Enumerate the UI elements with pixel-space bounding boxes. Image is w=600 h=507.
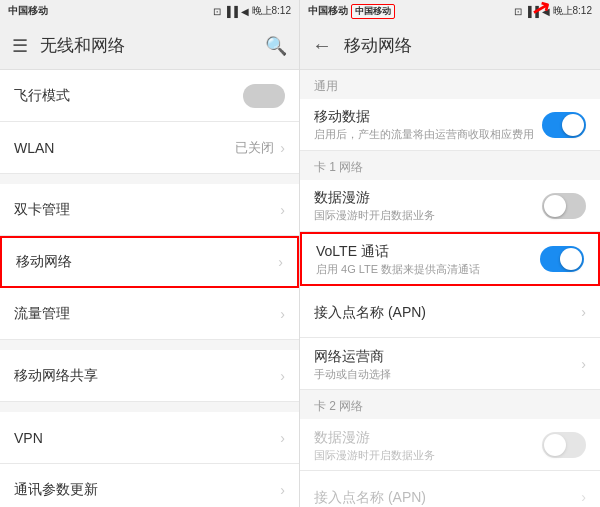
mobile-share-chevron: ›	[280, 368, 285, 384]
annotation-arrow: ↗	[529, 0, 553, 24]
network-operator-chevron: ›	[581, 356, 586, 372]
left-time: 晚上8:12	[252, 4, 291, 18]
data-roaming-sublabel: 国际漫游时开启数据业务	[314, 208, 542, 222]
left-status-bar: 中国移动 ⊡ ▐▐ ◀ 晚上8:12	[0, 0, 299, 22]
mobile-data-toggle[interactable]	[542, 112, 586, 138]
spacer2	[0, 340, 299, 350]
signal-icons: ⊡ ▐▐ ◀	[213, 6, 249, 17]
wlan-value: 已关闭	[235, 139, 274, 157]
volte-content: VoLTE 通话 启用 4G LTE 数据来提供高清通话	[316, 242, 540, 276]
comm-update-label: 通讯参数更新	[14, 481, 280, 499]
setting-data-roaming[interactable]: 数据漫游 国际漫游时开启数据业务	[300, 180, 600, 232]
setting-mobile-data[interactable]: 移动数据 启用后，产生的流量将由运营商收取相应费用	[300, 99, 600, 151]
setting-apn2: 接入点名称 (APN) ›	[300, 471, 600, 507]
left-carrier: 中国移动	[8, 4, 48, 18]
comm-update-chevron: ›	[280, 482, 285, 498]
mobile-network-label: 移动网络	[16, 253, 278, 271]
section-card2: 卡 2 网络 数据漫游 国际漫游时开启数据业务 接入点名称 (APN) › 网络…	[300, 390, 600, 507]
apn-label: 接入点名称 (APN)	[314, 303, 581, 321]
right-panel-title: 移动网络	[344, 34, 588, 57]
spacer1	[0, 174, 299, 184]
left-menu-list: 飞行模式 WLAN 已关闭 › 双卡管理 › 移动网络 › 流量管理 › 移动网…	[0, 70, 299, 507]
right-carrier: 中国移动	[308, 4, 348, 18]
network-operator-sublabel: 手动或自动选择	[314, 367, 581, 381]
setting-volte[interactable]: VoLTE 通话 启用 4G LTE 数据来提供高清通话	[300, 232, 600, 286]
menu-item-mobile-network[interactable]: 移动网络 ›	[0, 236, 299, 288]
data-roaming2-toggle	[542, 432, 586, 458]
dual-sim-label: 双卡管理	[14, 201, 280, 219]
menu-item-mobile-share[interactable]: 移动网络共享 ›	[0, 350, 299, 402]
menu-item-comm-update[interactable]: 通讯参数更新 ›	[0, 464, 299, 507]
wlan-chevron: ›	[280, 140, 285, 156]
network-operator-content: 网络运营商 手动或自动选择	[314, 347, 581, 381]
vpn-chevron: ›	[280, 430, 285, 446]
setting-data-roaming2: 数据漫游 国际漫游时开启数据业务	[300, 419, 600, 471]
mobile-data-label: 移动数据	[314, 107, 542, 125]
volte-label: VoLTE 通话	[316, 242, 540, 260]
data-roaming-toggle[interactable]	[542, 193, 586, 219]
airplane-label: 飞行模式	[14, 87, 243, 105]
apn2-content: 接入点名称 (APN)	[314, 488, 581, 506]
dual-sim-chevron: ›	[280, 202, 285, 218]
menu-item-dual-sim[interactable]: 双卡管理 ›	[0, 184, 299, 236]
right-status-bar: 中国移动 中国移动 ⊡ ▐▐ ◀ 晚上8:12 ↗	[300, 0, 600, 22]
data-roaming2-content: 数据漫游 国际漫游时开启数据业务	[314, 428, 542, 462]
menu-item-flow-mgmt[interactable]: 流量管理 ›	[0, 288, 299, 340]
menu-item-wlan[interactable]: WLAN 已关闭 ›	[0, 122, 299, 174]
flow-mgmt-label: 流量管理	[14, 305, 280, 323]
section-general: 通用 移动数据 启用后，产生的流量将由运营商收取相应费用	[300, 70, 600, 151]
left-panel-title: 无线和网络	[40, 34, 265, 57]
airplane-toggle[interactable]	[243, 84, 285, 108]
volte-toggle[interactable]	[540, 246, 584, 272]
wlan-label: WLAN	[14, 140, 235, 156]
mobile-share-label: 移动网络共享	[14, 367, 280, 385]
mobile-data-sublabel: 启用后，产生的流量将由运营商收取相应费用	[314, 127, 542, 141]
data-roaming2-label: 数据漫游	[314, 428, 542, 446]
carrier-badge: 中国移动	[351, 4, 395, 19]
setting-apn[interactable]: 接入点名称 (APN) ›	[300, 286, 600, 338]
data-roaming-content: 数据漫游 国际漫游时开启数据业务	[314, 188, 542, 222]
right-phone-panel: 中国移动 中国移动 ⊡ ▐▐ ◀ 晚上8:12 ↗ ← 移动网络 通用 移动数据…	[300, 0, 600, 507]
volte-sublabel: 启用 4G LTE 数据来提供高清通话	[316, 262, 540, 276]
section-card1: 卡 1 网络 数据漫游 国际漫游时开启数据业务 VoLTE 通话 启用 4G L…	[300, 151, 600, 390]
apn-content: 接入点名称 (APN)	[314, 303, 581, 321]
menu-item-airplane[interactable]: 飞行模式	[0, 70, 299, 122]
apn2-chevron: ›	[581, 489, 586, 505]
data-roaming2-sublabel: 国际漫游时开启数据业务	[314, 448, 542, 462]
section-general-label: 通用	[300, 70, 600, 99]
setting-network-operator[interactable]: 网络运营商 手动或自动选择 ›	[300, 338, 600, 390]
menu-item-vpn[interactable]: VPN ›	[0, 412, 299, 464]
data-roaming-label: 数据漫游	[314, 188, 542, 206]
mobile-network-chevron: ›	[278, 254, 283, 270]
right-top-bar: ← 移动网络	[300, 22, 600, 70]
left-status-icons: ⊡ ▐▐ ◀ 晚上8:12	[213, 4, 291, 18]
apn2-label: 接入点名称 (APN)	[314, 488, 581, 506]
left-phone-panel: 中国移动 ⊡ ▐▐ ◀ 晚上8:12 ☰ 无线和网络 🔍 飞行模式 WLAN 已…	[0, 0, 300, 507]
left-top-bar: ☰ 无线和网络 🔍	[0, 22, 299, 70]
menu-icon[interactable]: ☰	[12, 35, 28, 57]
apn-chevron: ›	[581, 304, 586, 320]
right-scroll-content: 通用 移动数据 启用后，产生的流量将由运营商收取相应费用 卡 1 网络 数据漫游…	[300, 70, 600, 507]
search-icon[interactable]: 🔍	[265, 35, 287, 57]
vpn-label: VPN	[14, 430, 280, 446]
back-icon[interactable]: ←	[312, 34, 332, 57]
network-operator-label: 网络运营商	[314, 347, 581, 365]
right-time: 晚上8:12	[553, 4, 592, 18]
section-card1-label: 卡 1 网络	[300, 151, 600, 180]
spacer3	[0, 402, 299, 412]
right-status-icons: ⊡ ▐▐ ◀ 晚上8:12	[514, 4, 592, 18]
flow-mgmt-chevron: ›	[280, 306, 285, 322]
mobile-data-content: 移动数据 启用后，产生的流量将由运营商收取相应费用	[314, 107, 542, 141]
section-card2-label: 卡 2 网络	[300, 390, 600, 419]
